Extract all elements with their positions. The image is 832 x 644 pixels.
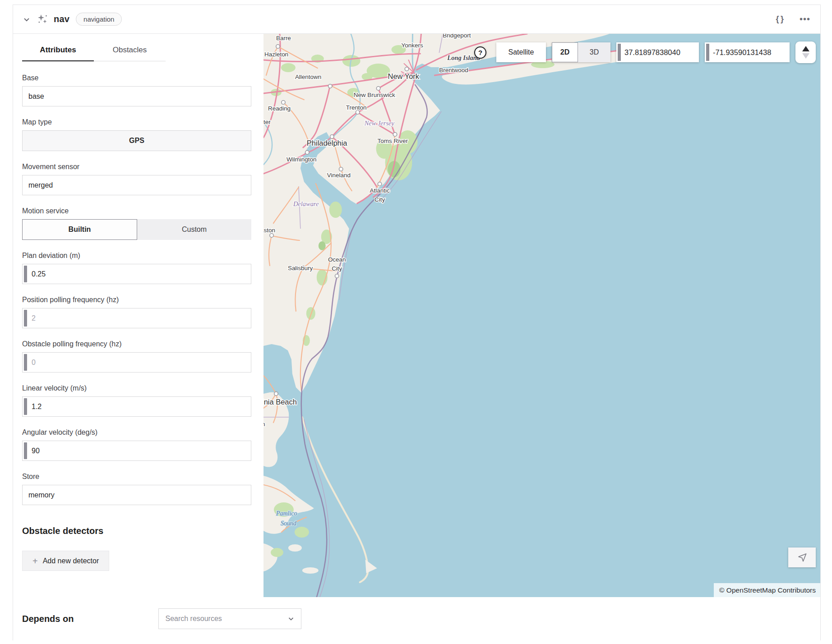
map-label: Vineland bbox=[327, 172, 351, 179]
plan-deviation-field: Plan deviation (m) bbox=[22, 252, 251, 284]
linear-velocity-field: Linear velocity (m/s) bbox=[22, 384, 251, 417]
angular-velocity-field: Angular velocity (deg/s) bbox=[22, 428, 251, 461]
base-label: Base bbox=[22, 74, 251, 82]
map-label: Atlantic bbox=[370, 187, 390, 194]
component-name: nav bbox=[54, 14, 69, 24]
city-marker bbox=[376, 87, 380, 90]
linear-velocity-input[interactable] bbox=[32, 403, 245, 411]
angular-velocity-input[interactable] bbox=[32, 447, 245, 455]
depends-on-select[interactable]: Search resources bbox=[158, 608, 301, 629]
coordinate-stepper[interactable] bbox=[795, 41, 816, 63]
map-label: New Brunswick bbox=[354, 92, 395, 98]
city-marker bbox=[378, 182, 381, 186]
nav-config-card: nav navigation { } ••• Attributes Obstac… bbox=[13, 5, 821, 640]
map-label: Reading bbox=[268, 105, 291, 112]
depends-on-heading: Depends on bbox=[22, 614, 74, 624]
city-marker bbox=[274, 392, 278, 396]
obstacle-detectors-heading: Obstacle detectors bbox=[22, 526, 251, 536]
depends-on-placeholder: Search resources bbox=[165, 615, 287, 623]
view-2d-button[interactable]: 2D bbox=[552, 42, 578, 62]
locate-button[interactable] bbox=[788, 547, 816, 567]
map-label: Allentown bbox=[295, 74, 321, 80]
satellite-toggle-button[interactable]: Satellite bbox=[496, 42, 546, 62]
collapse-chevron-icon[interactable] bbox=[22, 15, 31, 24]
map-label: Salisbury bbox=[288, 265, 313, 271]
plan-deviation-label: Plan deviation (m) bbox=[22, 252, 251, 260]
map-label: Toms River bbox=[378, 138, 408, 144]
position-polling-input[interactable] bbox=[32, 314, 245, 322]
base-input[interactable] bbox=[28, 92, 245, 101]
panel-tabs: Attributes Obstacles bbox=[22, 46, 251, 61]
chevron-down-icon bbox=[287, 615, 295, 622]
map-help-icon[interactable]: ? bbox=[474, 46, 486, 59]
obstacle-polling-field: Obstacle polling frequency (hz) bbox=[22, 340, 251, 373]
motion-service-label: Motion service bbox=[22, 207, 251, 215]
view-3d-button[interactable]: 3D bbox=[578, 42, 610, 62]
movement-sensor-field: Movement sensor bbox=[22, 163, 251, 195]
map-label: Sound bbox=[281, 520, 297, 527]
motion-service-field: Motion service Builtin Custom bbox=[22, 207, 251, 240]
motion-service-custom-button[interactable]: Custom bbox=[137, 219, 251, 240]
city-marker bbox=[282, 101, 285, 104]
city-marker bbox=[393, 133, 397, 136]
map-label: New Jersey bbox=[364, 120, 395, 127]
map-type-label: Map type bbox=[22, 118, 251, 126]
position-polling-field: Position polling frequency (hz) bbox=[22, 296, 251, 328]
navigation-arrow-icon bbox=[797, 552, 808, 563]
city-marker bbox=[405, 67, 408, 71]
map-label: City bbox=[332, 265, 342, 272]
map-label: Delaware bbox=[293, 200, 319, 207]
map-label: Brentwood bbox=[439, 67, 468, 74]
longitude-input[interactable]: -71.93590131438 bbox=[705, 42, 790, 62]
store-input[interactable] bbox=[28, 491, 245, 499]
base-field: Base bbox=[22, 74, 251, 106]
map-label: Pamlico bbox=[276, 510, 297, 517]
map-attribution: © OpenStreetMap Contributors bbox=[714, 583, 820, 597]
component-type-badge: navigation bbox=[76, 13, 122, 26]
json-mode-icon[interactable]: { } bbox=[776, 14, 784, 24]
latitude-input[interactable]: 37.81897838040 bbox=[616, 42, 699, 62]
map-type-gps-button[interactable]: GPS bbox=[22, 130, 251, 151]
map-control-bar: ? Satellite 2D 3D 37.81897838040 -71.935… bbox=[474, 41, 816, 63]
add-detector-button[interactable]: + Add new detector bbox=[22, 551, 109, 571]
position-polling-label: Position polling frequency (hz) bbox=[22, 296, 251, 304]
movement-sensor-input[interactable] bbox=[28, 181, 245, 189]
navigation-service-icon bbox=[37, 14, 48, 25]
view-mode-toggle: 2D 3D bbox=[552, 42, 610, 62]
map-label: Elizabeth bbox=[263, 421, 265, 428]
depends-on-section: Depends on Search resources bbox=[13, 597, 820, 640]
map-label: Trenton bbox=[346, 104, 367, 111]
city-marker bbox=[339, 167, 343, 171]
step-down-icon[interactable] bbox=[802, 53, 809, 59]
tab-attributes[interactable]: Attributes bbox=[22, 46, 94, 61]
obstacle-polling-label: Obstacle polling frequency (hz) bbox=[22, 340, 251, 348]
city-marker bbox=[330, 135, 334, 138]
map-label: Hazleton bbox=[264, 51, 288, 58]
map-canvas[interactable]: BarreHazletonAllentownReadingterBridgepo… bbox=[263, 34, 820, 597]
motion-service-builtin-button[interactable]: Builtin bbox=[22, 219, 137, 240]
city-marker bbox=[356, 110, 359, 114]
city-marker bbox=[335, 274, 339, 278]
map-render: BarreHazletonAllentownReadingterBridgepo… bbox=[263, 34, 820, 597]
plus-icon: + bbox=[32, 557, 38, 566]
city-marker bbox=[328, 84, 332, 88]
map-label: ter bbox=[263, 119, 271, 125]
plan-deviation-input[interactable] bbox=[32, 270, 245, 278]
map-type-field: Map type GPS bbox=[22, 118, 251, 151]
map-label: Ocean bbox=[328, 256, 346, 263]
tab-obstacles[interactable]: Obstacles bbox=[94, 46, 166, 61]
map-label: City bbox=[374, 196, 385, 203]
obstacle-polling-input[interactable] bbox=[32, 359, 245, 367]
movement-sensor-label: Movement sensor bbox=[22, 163, 251, 171]
store-label: Store bbox=[22, 473, 251, 481]
add-detector-label: Add new detector bbox=[43, 557, 99, 565]
step-up-icon[interactable] bbox=[802, 46, 809, 51]
city-marker bbox=[270, 234, 273, 237]
more-options-icon[interactable]: ••• bbox=[800, 14, 810, 24]
map-label: Easton bbox=[263, 227, 275, 234]
attributes-panel: Attributes Obstacles Base Map type GPS M… bbox=[13, 34, 263, 597]
map-label: Bridgeport bbox=[443, 34, 471, 39]
map-label: Virginia Beach bbox=[263, 398, 297, 406]
map-label: Philadelphia bbox=[307, 139, 348, 147]
map-label: Wilmington bbox=[287, 156, 317, 163]
